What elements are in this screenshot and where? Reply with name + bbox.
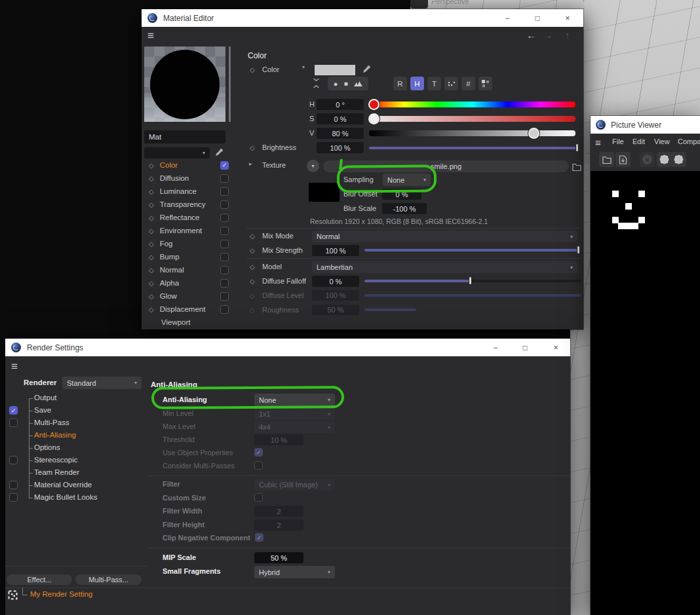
picture-viewer-titlebar[interactable]: Picture Viewer xyxy=(591,116,700,134)
close-button[interactable]: × xyxy=(561,9,574,27)
small-fragments-dropdown[interactable]: Hybrid ▾ xyxy=(254,566,335,578)
color-swatch[interactable] xyxy=(315,65,355,75)
menu-view[interactable]: View xyxy=(654,138,670,145)
channel-row-alpha[interactable]: ◇ Alpha xyxy=(144,276,231,289)
channel-checkbox[interactable] xyxy=(220,174,229,183)
swatches-mode-button[interactable] xyxy=(478,77,492,90)
collapse-vertical-icon[interactable] xyxy=(313,77,320,92)
nav-back-icon[interactable]: ← xyxy=(526,29,536,41)
multipass-button[interactable]: Multi-Pass... xyxy=(75,574,142,585)
mip-scale-field[interactable]: 50 % xyxy=(254,552,303,563)
tree-checkbox-stereoscopic[interactable] xyxy=(9,456,18,464)
hue-value-field[interactable]: 0 ° xyxy=(317,99,364,110)
tree-item-material-override[interactable]: Material Override xyxy=(34,481,92,489)
tree-checkbox-multipass[interactable] xyxy=(9,419,18,427)
render-preset-item[interactable]: My Render Setting xyxy=(30,590,92,598)
channel-row-reflectance[interactable]: ◇ Reflectance xyxy=(144,211,231,224)
channel-row-color[interactable]: ◇ Color ✓ xyxy=(144,158,231,172)
brightness-value-field[interactable]: 100 % xyxy=(317,142,364,153)
channel-checkbox[interactable] xyxy=(220,214,229,222)
menu-hamburger-icon[interactable]: ≡ xyxy=(147,32,154,40)
brightness-slider[interactable] xyxy=(369,147,578,149)
blur-scale-field[interactable]: -100 % xyxy=(382,203,427,214)
rgb-mode-button[interactable]: R xyxy=(393,77,407,90)
diffuse-falloff-slider[interactable] xyxy=(364,280,581,282)
channel-checkbox[interactable] xyxy=(220,240,229,248)
tree-item-options[interactable]: Options xyxy=(34,443,60,451)
hex-mode-button[interactable]: # xyxy=(461,77,475,90)
channel-checkbox[interactable] xyxy=(220,279,229,288)
channel-row-glow[interactable]: ◇ Glow xyxy=(144,289,231,303)
effect-button[interactable]: Effect... xyxy=(7,574,72,585)
preview-scrollbar-thumb[interactable] xyxy=(229,47,231,122)
nav-forward-icon[interactable]: → xyxy=(543,29,553,41)
color-collapse-caret-icon[interactable]: ▾ xyxy=(302,64,305,70)
mix-strength-slider-handle[interactable] xyxy=(577,246,580,254)
channel-checkbox[interactable]: ✓ xyxy=(220,161,229,170)
tree-checkbox-material-override[interactable] xyxy=(9,481,18,489)
eyedropper-icon[interactable] xyxy=(362,64,371,76)
channel-checkbox[interactable] xyxy=(220,305,229,314)
tree-checkbox-magic-bullet[interactable] xyxy=(9,493,18,502)
hue-slider[interactable] xyxy=(369,102,575,107)
texture-file-field[interactable]: smile.png xyxy=(323,160,569,172)
render-settings-titlebar[interactable]: Render Settings xyxy=(5,339,570,356)
channel-checkbox[interactable] xyxy=(220,200,229,209)
mix-strength-slider[interactable] xyxy=(364,249,579,252)
texture-expander-icon[interactable]: ▸ xyxy=(249,160,252,167)
texture-options-button[interactable]: ▾ xyxy=(307,160,319,172)
diffuse-falloff-field[interactable]: 0 % xyxy=(312,276,359,287)
menu-compare[interactable]: Compare xyxy=(678,138,700,145)
texture-browse-folder-icon[interactable] xyxy=(572,162,581,174)
material-editor-titlebar[interactable]: Material Editor xyxy=(142,9,583,27)
mixer-mode-button[interactable] xyxy=(444,77,458,90)
tree-item-antialiasing[interactable]: Anti-Aliasing xyxy=(34,431,76,439)
minimize-button[interactable]: − xyxy=(489,339,502,356)
channel-row-luminance[interactable]: ◇ Luminance xyxy=(144,185,231,198)
eyedropper-icon[interactable] xyxy=(215,147,224,159)
channel-row-normal[interactable]: ◇ Normal xyxy=(144,263,231,276)
material-name-field[interactable]: Mat xyxy=(144,130,225,143)
value-value-field[interactable]: 80 % xyxy=(317,128,364,139)
viewport-axis-widget[interactable] xyxy=(410,0,428,9)
settings-gear-button[interactable] xyxy=(657,152,672,167)
tree-item-output[interactable]: Output xyxy=(34,394,57,401)
minimize-button[interactable]: − xyxy=(501,9,514,27)
brightness-slider-handle[interactable] xyxy=(575,143,579,152)
tree-item-magic-bullet[interactable]: Magic Bullet Looks xyxy=(34,493,98,501)
maximize-button[interactable]: □ xyxy=(531,9,544,27)
value-slider-handle[interactable] xyxy=(530,129,538,138)
channel-checkbox[interactable] xyxy=(220,266,229,274)
saturation-slider[interactable] xyxy=(369,116,575,122)
menu-hamburger-icon[interactable]: ≡ xyxy=(11,363,18,371)
image-mode-icon[interactable] xyxy=(354,81,362,86)
tree-item-multipass[interactable]: Multi-Pass xyxy=(34,419,69,426)
channel-checkbox[interactable] xyxy=(220,253,229,261)
material-preview[interactable] xyxy=(144,47,225,122)
channel-checkbox[interactable] xyxy=(220,227,229,235)
mix-strength-field[interactable]: 100 % xyxy=(312,245,359,256)
menu-edit[interactable]: Edit xyxy=(632,138,645,145)
channel-row-displacement[interactable]: ◇ Displacement xyxy=(144,303,231,316)
model-dropdown[interactable]: Lambertian ▾ xyxy=(312,261,577,273)
channel-checkbox[interactable] xyxy=(220,292,229,301)
tree-item-save[interactable]: Save xyxy=(34,406,51,414)
maximize-button[interactable]: □ xyxy=(518,339,532,356)
layer-dropdown[interactable]: ▾ xyxy=(144,147,210,158)
temperature-mode-button[interactable]: T xyxy=(427,77,441,90)
channel-row-transparency[interactable]: ◇ Transparency xyxy=(144,198,231,211)
sampling-dropdown[interactable]: None ▾ xyxy=(383,174,431,186)
menu-file[interactable]: File xyxy=(612,138,624,145)
channel-row-viewport[interactable]: Viewport xyxy=(144,316,231,329)
antialiasing-dropdown[interactable]: None ▾ xyxy=(254,394,335,406)
texture-thumbnail[interactable] xyxy=(309,183,340,202)
channel-checkbox[interactable] xyxy=(220,187,229,196)
open-folder-button[interactable] xyxy=(599,152,614,167)
channel-row-fog[interactable]: ◇ Fog xyxy=(144,237,231,250)
renderer-dropdown[interactable]: Standard ▾ xyxy=(62,377,142,389)
diffuse-falloff-slider-handle[interactable] xyxy=(469,276,472,285)
save-image-button[interactable] xyxy=(615,152,631,167)
channel-row-diffusion[interactable]: ◇ Diffusion xyxy=(144,172,231,185)
saturation-value-field[interactable]: 0 % xyxy=(317,113,364,124)
close-button[interactable]: × xyxy=(549,339,562,356)
